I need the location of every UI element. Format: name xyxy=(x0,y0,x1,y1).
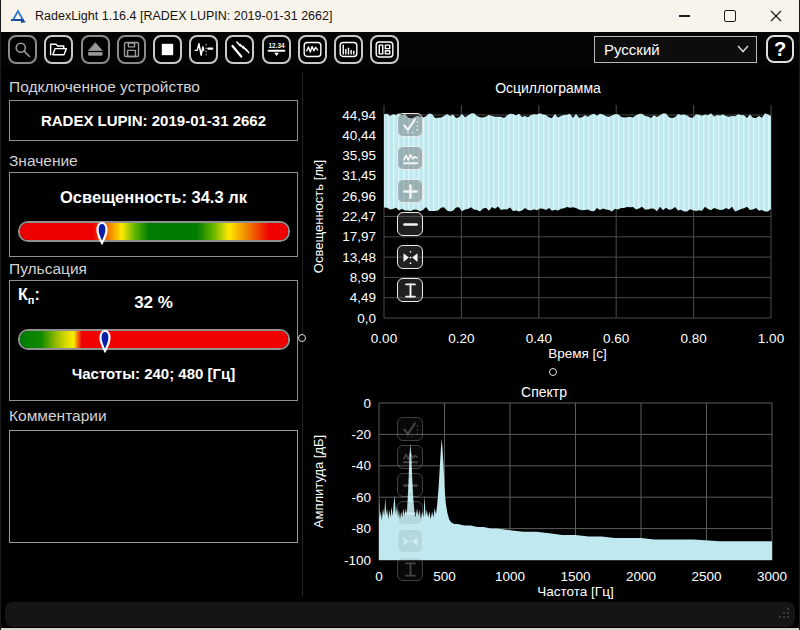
app-icon xyxy=(10,9,27,24)
pulsation-box: Кп: 32 % Частоты: 240; 480 [Гц] xyxy=(9,280,298,401)
horizontal-splitter-handle[interactable] xyxy=(549,368,557,376)
fit-curve-icon xyxy=(400,447,421,468)
numeric-display-button[interactable]: 12.34 xyxy=(262,35,291,64)
fit-horizontal-icon xyxy=(400,531,421,552)
fit-vertical-button[interactable] xyxy=(397,557,423,581)
fit-curve-button[interactable] xyxy=(397,445,423,469)
panels-layout-icon xyxy=(374,39,395,60)
fit-vertical-button[interactable] xyxy=(397,278,423,302)
chevron-down-icon xyxy=(737,45,749,53)
zoom-in-icon xyxy=(400,181,421,202)
minimize-button[interactable] xyxy=(661,0,707,32)
fit-horizontal-button[interactable] xyxy=(397,245,423,269)
select-curves-button[interactable] xyxy=(397,417,423,441)
open-file-icon xyxy=(48,39,69,60)
select-curves-button[interactable] xyxy=(397,113,423,137)
vertical-splitter-handle[interactable] xyxy=(298,334,306,342)
svg-text:4,49: 4,49 xyxy=(350,290,376,305)
open-file-button[interactable] xyxy=(44,35,73,64)
svg-text:12.34: 12.34 xyxy=(268,41,284,48)
svg-text:0,0: 0,0 xyxy=(357,311,376,326)
minimize-icon xyxy=(679,15,690,17)
svg-text:0.00: 0.00 xyxy=(371,331,397,346)
stop-record-button[interactable] xyxy=(153,35,182,64)
window-title: RadexLight 1.16.4 [RADEX LUPIN: 2019-01-… xyxy=(35,9,332,23)
statusbar xyxy=(5,602,795,627)
svg-text:35,95: 35,95 xyxy=(342,148,376,163)
zoom-out-button[interactable] xyxy=(397,212,423,236)
language-value: Русский xyxy=(604,41,660,58)
fit-horizontal-icon xyxy=(400,247,421,268)
toolbar: 12.34 Русский ? xyxy=(1,32,799,66)
svg-text:40,44: 40,44 xyxy=(342,128,376,143)
illuminance-rays-icon xyxy=(229,39,250,60)
maximize-button[interactable] xyxy=(707,0,753,32)
svg-text:17,97: 17,97 xyxy=(342,229,376,244)
fit-vertical-icon xyxy=(400,559,421,580)
save-button[interactable] xyxy=(117,35,146,64)
language-select[interactable]: Русский xyxy=(594,36,757,63)
oscillogram-view-button[interactable] xyxy=(298,35,327,64)
zoom-out-button[interactable] xyxy=(397,501,423,525)
select-curves-icon xyxy=(400,419,421,440)
value-box: Освещенность: 34.3 лк xyxy=(9,172,298,257)
svg-text:44,94: 44,94 xyxy=(342,108,376,123)
illuminance-rays-button[interactable] xyxy=(225,35,254,64)
pulsation-scale-bar xyxy=(18,329,290,350)
comments-input[interactable] xyxy=(10,431,297,542)
svg-text:-80: -80 xyxy=(351,521,371,536)
illuminance-indicator xyxy=(96,217,109,245)
svg-text:2500: 2500 xyxy=(691,569,721,584)
save-icon xyxy=(121,39,142,60)
kp-label: Кп: xyxy=(18,286,40,306)
spectrum-toolbar xyxy=(397,417,423,585)
svg-text:Осциллограмма: Осциллограмма xyxy=(495,80,601,96)
fit-curve-icon xyxy=(400,148,421,169)
svg-text:-60: -60 xyxy=(351,490,371,505)
zoom-in-button[interactable] xyxy=(397,473,423,497)
comments-box xyxy=(9,430,298,543)
svg-text:0.40: 0.40 xyxy=(526,331,552,346)
oscillogram-toolbar xyxy=(397,113,423,311)
svg-text:Освещенность [лк]: Освещенность [лк] xyxy=(311,160,326,273)
resize-grip[interactable] xyxy=(777,605,790,623)
panels-layout-button[interactable] xyxy=(370,35,399,64)
stop-record-icon xyxy=(157,39,178,60)
numeric-display-icon: 12.34 xyxy=(266,39,287,60)
select-curves-icon xyxy=(400,115,421,136)
help-button[interactable]: ? xyxy=(766,35,794,63)
spectrum-view-button[interactable] xyxy=(334,35,363,64)
svg-text:-20: -20 xyxy=(351,427,371,442)
zoom-in-button[interactable] xyxy=(397,179,423,203)
eject-device-icon xyxy=(85,39,106,60)
fit-horizontal-button[interactable] xyxy=(397,529,423,553)
search-button[interactable] xyxy=(8,35,37,64)
svg-text:2000: 2000 xyxy=(626,569,656,584)
zoom-in-icon xyxy=(400,475,421,496)
svg-text:0: 0 xyxy=(363,396,371,411)
svg-text:22,47: 22,47 xyxy=(342,209,376,224)
kp-value: 32 % xyxy=(10,293,297,313)
help-label: ? xyxy=(774,38,786,61)
fit-vertical-icon xyxy=(400,280,421,301)
device-section-label: Подключенное устройство xyxy=(9,78,200,96)
device-name: RADEX LUPIN: 2019-01-31 2662 xyxy=(10,112,297,129)
illuminance-reading: Освещенность: 34.3 лк xyxy=(10,188,297,207)
svg-text:1000: 1000 xyxy=(495,569,525,584)
oscillogram-view-icon xyxy=(302,39,323,60)
svg-text:500: 500 xyxy=(433,569,456,584)
svg-text:3000: 3000 xyxy=(757,569,787,584)
value-section-label: Значение xyxy=(9,152,78,170)
fit-curve-button[interactable] xyxy=(397,146,423,170)
pulsation-wave-button[interactable] xyxy=(189,35,218,64)
eject-device-button[interactable] xyxy=(81,35,110,64)
spectrum-chart[interactable]: Спектр0-20-40-60-80-10005001000150020002… xyxy=(311,383,796,599)
comments-section-label: Комментарии xyxy=(9,407,107,425)
search-icon xyxy=(12,39,33,60)
pulsation-section-label: Пульсация xyxy=(9,260,87,278)
oscillogram-chart[interactable]: Осциллограмма0,04,498,9913,4817,9722,472… xyxy=(311,75,796,367)
svg-text:0.80: 0.80 xyxy=(680,331,706,346)
close-button[interactable] xyxy=(753,0,799,32)
zoom-out-icon xyxy=(400,503,421,524)
frequencies-readout: Частоты: 240; 480 [Гц] xyxy=(10,365,297,382)
